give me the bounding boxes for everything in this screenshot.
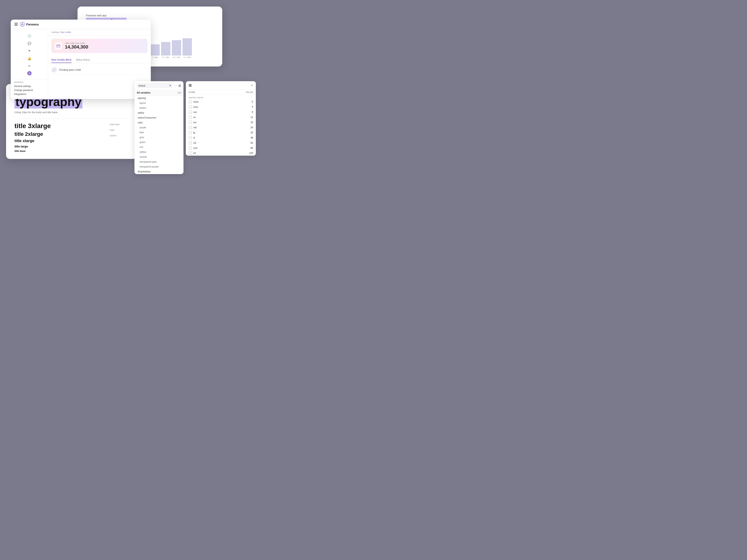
bell-icon[interactable]: 🔔 [27,56,31,60]
var-purple[interactable]: purple [134,125,183,130]
props-row: □ sm 16 [186,120,256,125]
svg-rect-1 [57,45,60,47]
var-transparent-purple[interactable]: transparent-purple [134,164,183,169]
bar-block [150,44,160,56]
variable-icon: □ [189,152,192,155]
settings-topbar: Parwana [11,20,151,29]
var-color[interactable]: color [134,120,183,125]
var-radius[interactable]: radius [134,110,183,115]
flag-icon[interactable]: ⚑ [27,49,31,53]
general-label: GENERAL [13,81,46,83]
content-items: 📈 Trending query credit [48,63,151,77]
title-xl-sample: title xlarge [15,139,105,143]
var-green[interactable]: green [134,140,183,145]
type-left: title 3xlarge title 2xlarge title xlarge… [15,122,105,152]
spacing-bar-item: xl - 48px [150,44,160,58]
props-row-value: 48 [251,136,253,139]
props-row-name-text: xxl [193,142,196,144]
all-variables-label: All variables [137,91,151,94]
props-row-name-text: xl [193,136,195,139]
props-header-icons: ⊞ [189,83,192,87]
settings-body: 🕐 💬 ⚑ 🔔 ✉ ⚙ GENERAL General settings Cha… [11,29,151,99]
variable-icon: □ [189,141,192,144]
chevron-down-icon: ▾ [170,84,171,87]
var-dropshadow[interactable]: dropshadow [134,169,183,174]
breadcrumb: Settings / Buy credits [48,29,151,35]
more-options-icon[interactable]: ··· [174,84,177,87]
props-row-value: 120 [249,152,253,155]
var-button[interactable]: button [134,105,183,110]
bar-label: xl - 48px [152,56,158,58]
props-row-name-text: sm [193,121,196,124]
var-grey[interactable]: grey [134,135,183,140]
props-row-name: □ ml [189,152,196,155]
bar-block [161,42,171,56]
props-row-name: □ xxxs [189,105,198,108]
props-col-headers: Name Value [186,89,256,95]
nav-section-credits: CREDITS Buy credits Track & manage credi… [13,99,46,99]
brand-dropdown[interactable]: brand ▾ [137,83,173,88]
title-3xl-sample: title 3xlarge [15,122,105,130]
message-icon[interactable]: ✉ [27,64,31,68]
sidebar-icons: 🕐 💬 ⚑ 🔔 ✉ ⚙ [11,32,48,79]
var-layout[interactable]: layout [134,101,183,105]
props-row-name-text: ml [193,152,196,155]
trending-icon: 📈 [51,67,57,73]
variable-icon: □ [189,131,192,134]
body-label: body [110,129,128,131]
props-row-value: 24 [251,126,253,129]
tab-billing-history[interactable]: Billing History [76,59,91,63]
user-line: Jake Sully, your avail... [65,42,88,44]
hamburger-icon[interactable] [15,23,18,26]
variable-icon: □ [189,115,192,119]
props-row-value: 64 [251,142,253,144]
props-row-value: 8 [252,111,253,113]
bar-label: ml - 120px [183,56,191,58]
props-row: □ xxxs 4 [186,104,256,109]
props-row: □ xl 48 [186,135,256,140]
variable-icon: □ [189,121,192,124]
credit-banner: Jake Sully, your avail... 14,304,300 [51,39,148,53]
logo-area: Parwana [20,22,38,27]
var-spacing[interactable]: spacing [134,96,183,101]
props-row-name: □ lg [189,131,195,134]
settings-nav: GENERAL General settings Change password… [11,81,48,99]
nav-general-settings[interactable]: General settings [13,84,46,88]
var-yellow[interactable]: yellow [134,150,183,155]
title-base-sample: title base [15,150,105,152]
dropdown-header: brand ▾ ··· ⊞ [134,81,183,90]
col-name-header: Name [189,91,195,93]
props-row: □ none 0 [186,99,256,104]
props-panel-icon[interactable]: ⊞ [189,83,192,87]
var-neutral[interactable]: neutral [134,155,183,159]
props-row-name: □ xxxl [189,146,197,150]
props-row-name: □ sm [189,121,196,124]
typography-subtitle: Using 14px for the body and title base. [15,111,128,114]
var-radius-component[interactable]: radiusComponent [134,115,183,120]
credit-info: Jake Sully, your avail... 14,304,300 [65,42,88,50]
parwana-logo-icon [20,22,25,27]
props-row-name-text: xxs [193,111,197,113]
nav-integrations[interactable]: Integrations [13,92,46,96]
var-red[interactable]: red [134,145,183,150]
breadcrumb-active: Buy credits [61,31,71,33]
props-header: ⊞ × [186,81,256,89]
type-samples: title 3xlarge title 2xlarge title xlarge… [15,122,128,152]
panel-layout-icon[interactable]: ⊞ [178,84,181,87]
props-row-value: 32 [251,131,253,134]
close-button[interactable]: × [251,83,253,87]
bar-label: xxl - 64px [162,56,169,58]
chat-icon[interactable]: 💬 [27,41,31,46]
var-transparent-grey[interactable]: transparent-grey [134,159,183,164]
var-blue[interactable]: blue [134,130,183,135]
settings-icon[interactable]: ⚙ [27,71,31,75]
type-right: body large body caption [110,122,128,152]
svg-point-0 [20,22,25,26]
nav-change-password[interactable]: Change password [13,88,46,92]
clock-icon[interactable]: 🕐 [27,34,31,38]
tab-how-credits-work[interactable]: How Credits Work [51,59,72,63]
props-row-name-text: none [193,101,199,103]
props-row-name: □ md [189,126,197,129]
properties-panel: ⊞ × Name Value spacing / layout □ none 0… [186,81,256,156]
spacing-bar-item: ml - 120px [183,38,192,58]
